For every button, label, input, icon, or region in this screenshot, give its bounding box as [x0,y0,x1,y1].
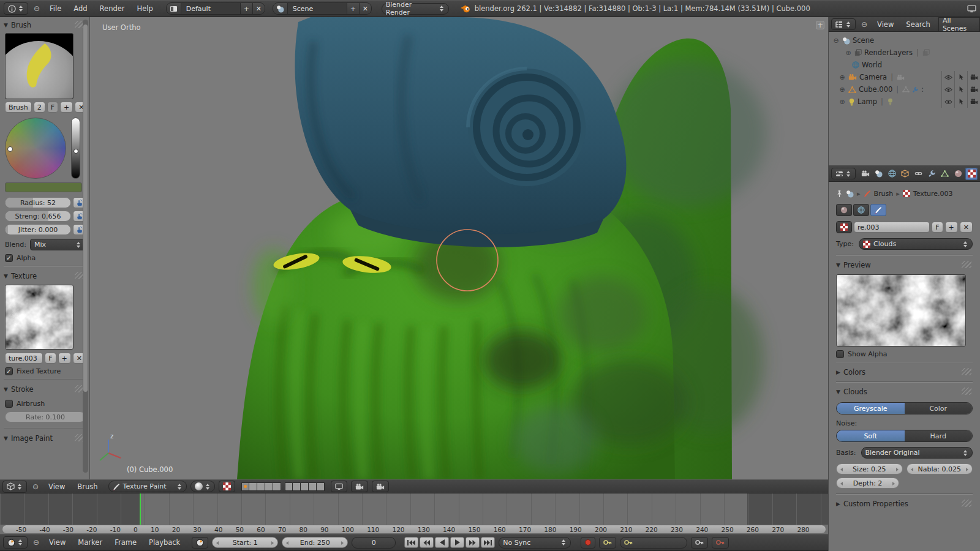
brush-panel-header[interactable]: ▼ Brush [4,20,86,31]
custom-properties-panel-header[interactable]: ▶ Custom Properties [836,498,973,509]
alpha-checkbox[interactable]: ✓ [5,254,13,262]
jump-to-end-button[interactable] [481,537,495,548]
scene-selector[interactable]: Scene + ✕ [273,2,372,15]
texture-fake-user-button[interactable]: F [45,353,56,364]
selectability-toggle[interactable] [954,96,967,108]
timeline-menu-playback[interactable]: Playback [145,538,184,547]
add-brush-button[interactable]: + [60,102,73,113]
outliner-row-renderlayers[interactable]: ⊕ RenderLayers | [832,47,980,59]
jump-to-next-keyframe-button[interactable] [466,537,480,548]
collapse-menus-icon[interactable]: ⊖ [31,538,41,547]
outliner-row-scene[interactable]: ⊖ Scene [832,34,980,47]
texture-context-brush[interactable] [870,204,886,216]
add-texture-button[interactable]: + [58,353,71,364]
window-duplicate-icon[interactable] [967,5,976,13]
editor-type-info-selector[interactable] [4,2,28,15]
show-alpha-checkbox[interactable] [836,350,844,358]
radius-slider[interactable]: Radius: 52 [5,197,71,208]
auto-keyframe-record-button[interactable] [581,537,595,549]
expand-icon[interactable]: ⊕ [839,98,846,106]
greyscale-toggle[interactable]: Greyscale [837,403,905,414]
snap-element-button[interactable] [331,481,347,492]
add-scene-button[interactable]: + [347,3,359,14]
brush-color-swatch[interactable] [5,182,82,192]
renderability-toggle[interactable] [967,83,980,96]
play-button[interactable] [450,537,464,548]
timeline-menu-marker[interactable]: Marker [74,538,107,547]
delete-scene-button[interactable]: ✕ [359,3,371,14]
fake-user-button[interactable]: F [47,102,58,113]
add-texture-button[interactable]: + [945,222,958,233]
delete-keyframe-button[interactable] [712,537,729,549]
noise-basis-selector[interactable]: Blender Original [861,447,973,459]
color-toggle[interactable]: Color [905,403,973,414]
menu-brush[interactable]: Brush [73,482,102,491]
selectability-toggle[interactable] [954,71,967,83]
insert-keyframe-button[interactable] [691,537,708,549]
editor-type-properties-selector[interactable] [831,168,856,179]
image-paint-panel-header[interactable]: ▼ Image Paint [4,433,86,444]
menu-help[interactable]: Help [133,4,157,13]
current-frame-field[interactable]: 0 [352,537,396,549]
tab-texture[interactable] [965,168,978,180]
menu-view[interactable]: View [44,482,69,491]
play-reverse-button[interactable] [435,537,449,548]
current-frame-cursor[interactable] [140,493,141,525]
tab-constraints[interactable] [913,168,925,180]
expand-icon[interactable]: ⊕ [839,73,846,81]
collapse-icon[interactable]: ⊖ [832,37,840,45]
outliner-row-lamp[interactable]: ⊕ Lamp | [832,96,980,108]
color-wheel-cursor[interactable] [7,146,13,152]
sync-mode-selector[interactable]: No Sync [499,537,571,549]
frame-end-stepper[interactable]: End: 250 [282,537,348,548]
viewport-3d[interactable]: z User Ortho (0) Cube.000 + [90,17,828,479]
add-layout-button[interactable]: + [240,3,252,14]
breadcrumb-brush[interactable]: Brush [874,190,894,198]
texture-id-name-field[interactable]: re.003 [854,222,930,233]
collapse-menus-icon[interactable]: ⊖ [859,20,869,29]
opengl-render-still-button[interactable] [351,481,368,492]
layers-widget[interactable] [241,482,325,491]
blend-mode-selector[interactable]: Mix [30,239,86,250]
viewport-canvas[interactable]: z [90,17,828,479]
brush-name-field[interactable]: Brush [5,102,32,113]
pivot-point-selector[interactable] [219,481,235,492]
tab-world[interactable] [886,168,898,180]
value-slider-cursor[interactable] [74,149,78,154]
texture-context-material[interactable] [836,204,852,216]
visibility-toggle[interactable] [941,96,954,108]
texture-panel-header[interactable]: ▼ Texture [4,271,86,282]
visibility-toggle[interactable] [941,71,954,83]
stroke-panel-header[interactable]: ▼ Stroke [4,384,86,395]
airbrush-checkbox[interactable] [5,400,13,408]
unlink-texture-button[interactable]: ✕ [960,222,973,233]
frame-start-stepper[interactable]: Start: 1 [212,537,278,548]
delete-layout-button[interactable]: ✕ [252,3,265,14]
texture-fake-user-button[interactable]: F [932,222,943,233]
menu-file[interactable]: File [45,4,66,13]
selectability-toggle[interactable] [954,83,967,96]
region-expand-icon[interactable]: + [816,21,824,29]
screen-layout-selector[interactable]: Default + ✕ [166,2,265,15]
jitter-slider[interactable]: Jitter: 0.000 [5,224,71,235]
breadcrumb-texture[interactable]: Texture.003 [913,190,953,198]
active-keying-set-field[interactable] [620,537,687,549]
nabla-stepper[interactable]: Nabla: 0.025 [907,463,973,474]
outliner-row-cube[interactable]: ⊕ Cube.000 | : [832,83,980,96]
collapse-menus-icon[interactable]: ⊖ [31,482,40,491]
outliner-scope-selector[interactable]: All Scenes [938,17,980,32]
timeline-menu-view[interactable]: View [45,538,70,547]
opengl-render-anim-button[interactable] [372,481,389,492]
outliner-menu-view[interactable]: View [873,20,898,29]
editor-type-timeline-selector[interactable] [3,536,28,549]
texture-id-icon-button[interactable] [836,221,852,233]
outliner-row-world[interactable]: World [832,59,980,71]
renderability-toggle[interactable] [967,96,980,108]
brush-preview[interactable] [5,33,74,99]
rate-slider[interactable]: Rate: 0.100 [5,411,86,422]
use-preview-range-toggle[interactable] [192,537,208,549]
collapse-menus-icon[interactable]: ⊖ [32,4,42,13]
menu-render[interactable]: Render [96,4,129,13]
outliner-menu-search[interactable]: Search [902,20,935,29]
menu-add[interactable]: Add [69,4,91,13]
